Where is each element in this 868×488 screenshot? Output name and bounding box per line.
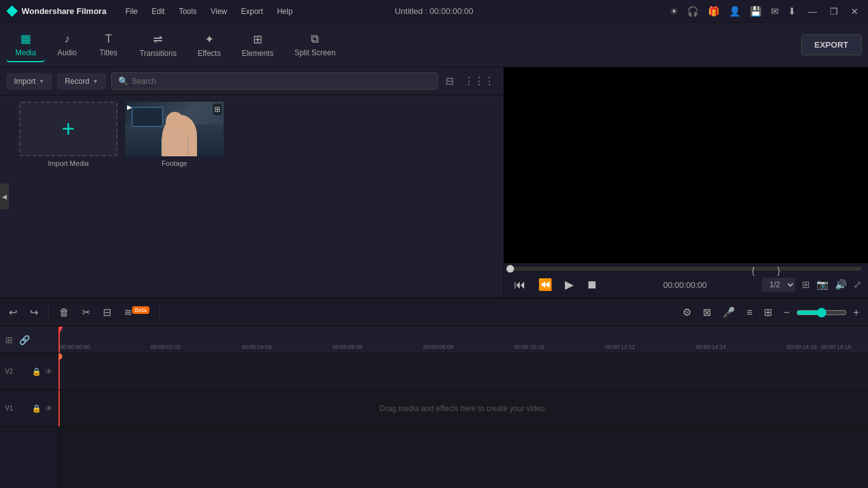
account-icon[interactable]: 👤 [729, 6, 741, 17]
window-controls: — ❐ ✕ [805, 5, 862, 18]
sidebar-collapse-button[interactable]: ◀ [0, 184, 9, 209]
zoom-in-button[interactable]: + [851, 304, 862, 321]
import-media-box[interactable]: + [19, 102, 118, 156]
timeline-main: 00:00:00:00 00:00:02:02 00:00:04:04 00:0… [58, 327, 868, 488]
out-point-marker[interactable]: } [777, 266, 782, 272]
sun-icon[interactable]: ☀ [670, 6, 678, 17]
footage-play-arrow: ▶ [127, 104, 132, 111]
playhead-marker [58, 327, 63, 334]
menu-file[interactable]: File [119, 4, 144, 18]
download-icon[interactable]: ⬇ [788, 6, 796, 17]
track-v2-lock-icon[interactable]: 🔒 [32, 367, 41, 376]
ruler-label-1: 00:00:02:02 [151, 344, 181, 350]
gift-icon[interactable]: 🎁 [708, 6, 720, 17]
track-v2-row [58, 353, 868, 390]
tab-splitscreen[interactable]: ⧉ Split Screen [285, 29, 344, 61]
cut-button[interactable]: ✂ [79, 304, 93, 321]
timeline-mic-button[interactable]: 🎤 [720, 304, 738, 321]
frame-back-button[interactable]: ⏪ [534, 276, 556, 294]
quality-select[interactable]: 1/2 1/1 1/4 [762, 278, 796, 292]
audio-wave-button[interactable]: ≋Beta [121, 304, 152, 321]
fullscreen-preview-icon[interactable]: ⊞ [802, 279, 810, 290]
media-content-area: ◀ + Import Media [0, 95, 503, 297]
footage-item[interactable]: ▶ ⊞ Footage [125, 102, 224, 167]
zoom-slider[interactable] [796, 308, 847, 318]
preview-progress-bar[interactable]: { } [510, 267, 862, 271]
export-button[interactable]: EXPORT [801, 34, 862, 55]
record-label: Record [65, 77, 90, 86]
ruler-label-9: 00:00:18:18 [821, 344, 851, 350]
transport-bar: ⏮ ⏪ ▶ ⏹ 00:00:00:00 1/2 1/1 1/4 ⊞ 📷 🔊 ⤢ [510, 276, 862, 294]
tab-audio[interactable]: ♪ Audio [48, 29, 86, 61]
timeline-settings-button[interactable]: ⚙ [680, 304, 694, 321]
app-name: Wondershare Filmora [22, 6, 106, 16]
track-v1-row[interactable]: Drag media and effects here to create yo… [58, 390, 868, 427]
audio-tab-icon: ♪ [64, 32, 70, 46]
play-button[interactable]: ▶ [561, 276, 578, 294]
menu-help[interactable]: Help [271, 4, 299, 18]
filter-icon[interactable]: ⊟ [443, 72, 456, 90]
menu-edit[interactable]: Edit [146, 4, 172, 18]
stop-button[interactable]: ⏹ [583, 276, 602, 294]
minimize-button[interactable]: — [805, 5, 820, 18]
menu-view[interactable]: View [204, 4, 233, 18]
timeline-layout-button[interactable]: ⊞ [761, 304, 775, 321]
step-back-button[interactable]: ⏮ [510, 276, 529, 294]
delete-button[interactable]: 🗑 [57, 304, 72, 321]
ruler-label-2: 00:00:04:04 [241, 344, 272, 350]
close-button[interactable]: ✕ [848, 5, 862, 18]
adjust-button[interactable]: ⊟ [100, 304, 114, 321]
maximize-button[interactable]: ❐ [827, 5, 841, 18]
track-v1-eye-icon[interactable]: 👁 [45, 404, 53, 413]
menu-export[interactable]: Export [234, 4, 269, 18]
ruler-label-6: 00:00:12:12 [605, 344, 635, 350]
undo-button[interactable]: ↩ [6, 304, 20, 321]
save-icon[interactable]: 💾 [750, 6, 762, 17]
splitscreen-tab-label: Split Screen [294, 48, 336, 57]
timeline-audio-button[interactable]: ≡ [744, 304, 755, 321]
transport-buttons: ⏮ ⏪ ▶ ⏹ [510, 276, 602, 294]
import-media-label: Import Media [48, 159, 88, 167]
timeline-clip-button[interactable]: ⊠ [700, 304, 714, 321]
media-panel: Import ▼ Record ▼ 🔍 ⊟ ⋮⋮⋮ ◀ + I [0, 67, 504, 297]
import-arrow-icon: ▼ [39, 78, 44, 85]
footage-thumbnail[interactable]: ▶ ⊞ [125, 102, 224, 156]
footage-thumbnail-image [125, 102, 224, 156]
zoom-out-button[interactable]: − [781, 304, 792, 321]
tab-effects[interactable]: ✦ Effects [189, 29, 229, 62]
record-button[interactable]: Record ▼ [57, 73, 106, 90]
tab-titles[interactable]: T Titles [90, 29, 128, 61]
zoom-control: − + [781, 304, 862, 321]
link-track-button[interactable]: 🔗 [19, 335, 30, 345]
headset-icon[interactable]: 🎧 [687, 6, 699, 17]
redo-button[interactable]: ↪ [27, 304, 41, 321]
ruler-label-5: 00:00:10:10 [514, 344, 545, 350]
main-area: Import ▼ Record ▼ 🔍 ⊟ ⋮⋮⋮ ◀ + I [0, 67, 868, 297]
import-button[interactable]: Import ▼ [6, 73, 52, 90]
preview-progress-handle[interactable] [506, 265, 514, 273]
track-v1-lock-icon[interactable]: 🔒 [32, 404, 41, 413]
playhead-line [58, 327, 60, 353]
add-media-track-button[interactable]: ⊞ [5, 335, 13, 345]
search-box[interactable]: 🔍 [111, 72, 438, 90]
snapshot-icon[interactable]: 📷 [817, 279, 829, 290]
fullscreen-icon[interactable]: ⤢ [853, 279, 862, 290]
in-point-marker[interactable]: { [752, 266, 757, 272]
timecode-display: 00:00:00:00 [663, 280, 707, 290]
menu-tools[interactable]: Tools [172, 4, 203, 18]
search-input[interactable] [132, 77, 431, 86]
beta-badge: Beta [132, 306, 149, 314]
effects-tab-icon: ✦ [205, 32, 214, 46]
tab-transitions[interactable]: ⇌ Transitions [131, 29, 186, 62]
grid-view-icon[interactable]: ⋮⋮⋮ [461, 72, 497, 90]
track-v2-eye-icon[interactable]: 👁 [45, 367, 53, 376]
import-media-item[interactable]: + Import Media [19, 102, 118, 167]
transitions-tab-label: Transitions [140, 49, 177, 58]
add-media-icon: + [62, 118, 75, 140]
volume-icon[interactable]: 🔊 [835, 279, 847, 290]
tab-media[interactable]: ▦ Media [6, 28, 45, 62]
titlebar: Wondershare Filmora File Edit Tools View… [0, 0, 868, 23]
tab-elements[interactable]: ⊞ Elements [233, 29, 282, 62]
mail-icon[interactable]: ✉ [771, 6, 779, 17]
timeline-section: ↩ ↪ 🗑 ✂ ⊟ ≋Beta ⚙ ⊠ 🎤 ≡ ⊞ − + ⊞ [0, 297, 868, 488]
